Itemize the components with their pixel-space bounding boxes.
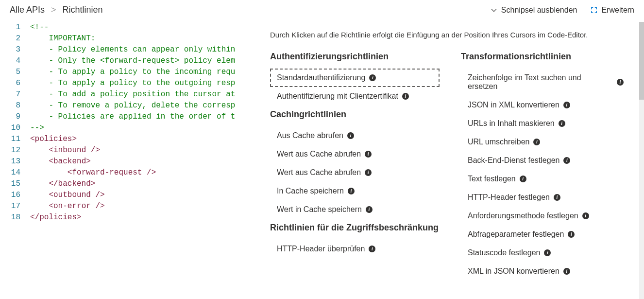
info-icon[interactable]: i <box>563 268 570 275</box>
breadcrumb-current: Richtlinien <box>63 5 103 15</box>
info-icon[interactable]: i <box>365 169 372 176</box>
code-line[interactable]: <policies> <box>30 134 258 145</box>
policy-item-label: Abfrageparameter festlegen <box>468 230 564 239</box>
policy-column-left: AuthentifizierungsrichtlinienStandardaut… <box>270 52 440 281</box>
info-icon[interactable]: i <box>369 246 375 252</box>
policy-item-label: Back-End-Dienst festlegen <box>468 156 559 165</box>
info-icon[interactable]: i <box>559 120 565 127</box>
line-number: 7 <box>0 89 20 100</box>
info-icon[interactable]: i <box>348 188 355 194</box>
info-icon[interactable]: i <box>365 151 372 158</box>
info-icon[interactable]: i <box>617 79 624 86</box>
policy-item[interactable]: Statuscode festlegeni <box>461 244 630 262</box>
policy-item[interactable]: HTTP-Header festlegeni <box>461 188 630 207</box>
policy-item-label: Standardauthentifizierung <box>277 73 365 82</box>
policy-group-title: Authentifizierungsrichtlinien <box>270 52 440 62</box>
line-number: 9 <box>0 111 20 123</box>
code-line[interactable]: <!-- <box>30 22 258 33</box>
policy-item[interactable]: URLs in Inhalt maskiereni <box>461 114 630 133</box>
policy-item[interactable]: Standardauthentifizierungi <box>270 69 440 87</box>
info-icon[interactable]: i <box>582 212 589 219</box>
chevron-down-icon <box>491 7 497 14</box>
line-number: 14 <box>0 167 20 178</box>
policy-item[interactable]: JSON in XML konvertiereni <box>461 96 630 114</box>
info-icon[interactable]: i <box>533 139 540 145</box>
policy-item[interactable]: Wert in Cache speicherni <box>270 200 440 219</box>
policy-item[interactable]: Text festlegeni <box>461 170 630 188</box>
code-line[interactable]: <backend> <box>30 156 258 167</box>
info-icon[interactable]: i <box>563 157 570 164</box>
line-number: 17 <box>0 201 20 212</box>
info-icon[interactable]: i <box>544 249 551 256</box>
info-icon[interactable]: i <box>369 74 376 81</box>
policy-item[interactable]: Authentifizierung mit Clientzertifikati <box>270 87 440 106</box>
hide-snippets-button[interactable]: Schnipsel ausblenden <box>491 6 577 15</box>
policy-item[interactable]: Abfrageparameter festlegeni <box>461 225 630 244</box>
expand-button[interactable]: Erweitern <box>591 6 634 15</box>
policy-columns: AuthentifizierungsrichtlinienStandardaut… <box>270 52 630 281</box>
code-line[interactable]: - To add a policy position the cursor at <box>30 89 258 100</box>
line-number: 15 <box>0 178 20 190</box>
line-number: 2 <box>0 33 20 44</box>
policy-item[interactable]: Wert aus Cache abrufeni <box>270 163 440 182</box>
code-line[interactable]: </backend> <box>30 178 258 190</box>
line-number: 8 <box>0 100 20 111</box>
policy-item-label: In Cache speichern <box>277 187 344 195</box>
policy-item-label: Wert aus Cache abrufen <box>277 150 361 158</box>
breadcrumb: Alle APIs > Richtlinien <box>10 5 103 15</box>
panel-intro: Durch Klicken auf die Richtlinie erfolgt… <box>270 31 630 39</box>
code-line[interactable]: - To apply a policy to the outgoing resp <box>30 78 258 89</box>
code-line[interactable]: </policies> <box>30 212 258 223</box>
code-line[interactable]: - To apply a policy to the incoming requ <box>30 67 258 78</box>
policy-item-label: Anforderungsmethode festlegen <box>468 211 578 220</box>
line-number: 12 <box>0 145 20 156</box>
code-line[interactable]: <forward-request /> <box>30 167 258 178</box>
code-line[interactable]: - Policy elements can appear only within <box>30 44 258 55</box>
line-number: 1 <box>0 22 20 33</box>
info-icon[interactable]: i <box>347 132 354 139</box>
snippets-panel: Durch Klicken auf die Richtlinie erfolgt… <box>258 22 644 299</box>
breadcrumb-separator: > <box>51 5 56 15</box>
policy-item[interactable]: Wert aus Cache abrufeni <box>270 145 440 163</box>
code-line[interactable]: - Policies are applied in the order of t <box>30 111 258 123</box>
policy-item[interactable]: HTTP-Header überprüfeni <box>270 240 440 258</box>
line-number: 3 <box>0 44 20 55</box>
info-icon[interactable]: i <box>568 231 575 238</box>
code-line[interactable]: IMPORTANT: <box>30 33 258 44</box>
code-line[interactable]: - To remove a policy, delete the corresp <box>30 100 258 111</box>
policy-item[interactable]: Anforderungsmethode festlegeni <box>461 207 630 225</box>
code-line[interactable]: <outbound /> <box>30 190 258 201</box>
scrollbar-thumb[interactable] <box>639 22 644 100</box>
scrollbar[interactable] <box>639 22 644 299</box>
policy-item[interactable]: Aus Cache abrufeni <box>270 126 440 145</box>
code-area[interactable]: <!-- IMPORTANT: - Policy elements can ap… <box>30 22 258 299</box>
policy-item-label: Wert in Cache speichern <box>277 205 362 214</box>
line-number: 11 <box>0 134 20 145</box>
expand-label: Erweitern <box>601 6 634 15</box>
policy-item-label: Aus Cache abrufen <box>277 131 343 140</box>
code-editor[interactable]: 123456789101112131415161718 <!-- IMPORTA… <box>0 22 258 299</box>
policy-item[interactable]: XML in JSON konvertiereni <box>461 262 630 281</box>
line-gutter: 123456789101112131415161718 <box>0 22 30 299</box>
line-number: 6 <box>0 78 20 89</box>
policy-item[interactable]: Back-End-Dienst festlegeni <box>461 151 630 170</box>
line-number: 5 <box>0 67 20 78</box>
main: 123456789101112131415161718 <!-- IMPORTA… <box>0 22 644 299</box>
policy-item-label: Text festlegen <box>468 175 516 183</box>
breadcrumb-root[interactable]: Alle APIs <box>10 5 45 15</box>
code-line[interactable]: --> <box>30 123 258 134</box>
policy-item[interactable]: Zeichenfolge im Text suchen und ersetzen… <box>461 69 630 96</box>
policy-item-label: Statuscode festlegen <box>468 248 540 257</box>
info-icon[interactable]: i <box>563 102 570 108</box>
info-icon[interactable]: i <box>554 194 560 201</box>
info-icon[interactable]: i <box>520 176 526 182</box>
code-line[interactable]: - Only the <forward-request> policy elem <box>30 55 258 67</box>
policy-item[interactable]: In Cache speicherni <box>270 182 440 200</box>
policy-item[interactable]: URL umschreibeni <box>461 133 630 151</box>
info-icon[interactable]: i <box>402 93 409 100</box>
policy-item-label: Authentifizierung mit Clientzertifikat <box>277 92 398 101</box>
policy-item-label: Wert aus Cache abrufen <box>277 168 361 177</box>
code-line[interactable]: <inbound /> <box>30 145 258 156</box>
code-line[interactable]: <on-error /> <box>30 201 258 212</box>
info-icon[interactable]: i <box>366 206 373 213</box>
